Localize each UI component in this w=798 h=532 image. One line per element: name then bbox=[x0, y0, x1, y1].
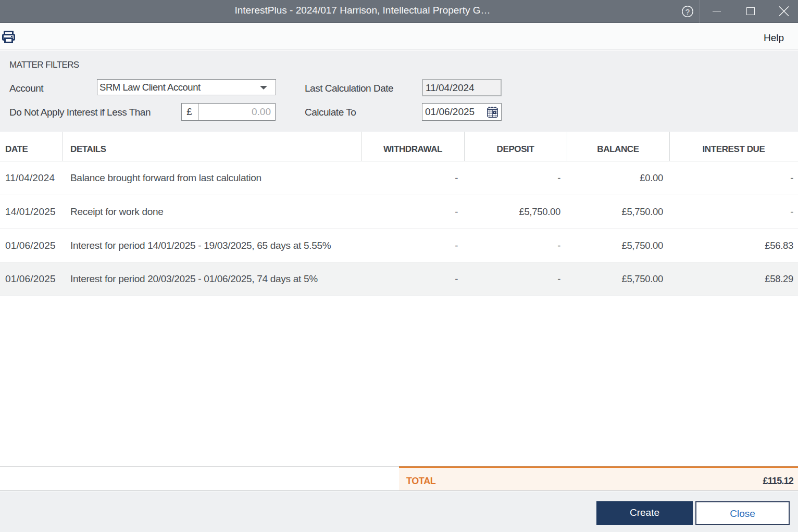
svg-text:?: ? bbox=[685, 7, 690, 16]
